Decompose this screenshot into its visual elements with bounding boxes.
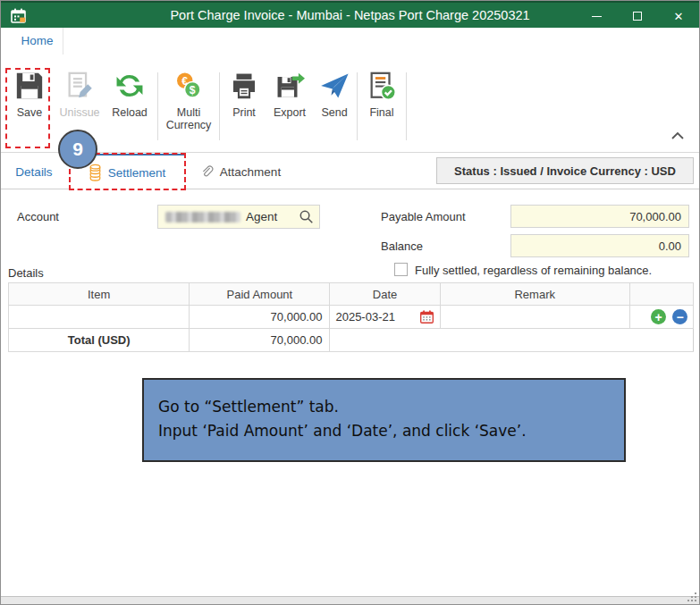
settlement-table: Item Paid Amount Date Remark 70,000.00 2…: [8, 282, 694, 352]
send-button[interactable]: Send: [315, 69, 354, 146]
account-label: Account: [17, 210, 59, 223]
final-button[interactable]: Final: [361, 69, 402, 146]
close-button[interactable]: ✕: [658, 3, 699, 29]
tab-attachment[interactable]: Attachment: [190, 154, 291, 189]
col-actions: [629, 283, 693, 306]
collapse-ribbon-chevron-icon[interactable]: [670, 130, 686, 142]
date-cell[interactable]: 2025-03-21: [330, 306, 440, 329]
ribbon-separator: [157, 72, 158, 140]
export-icon: [274, 71, 305, 101]
col-remark: Remark: [440, 283, 629, 306]
account-suffix: Agent: [246, 210, 277, 223]
annotation-line-1: Go to “Settlement” tab.: [158, 395, 624, 419]
remove-row-icon[interactable]: −: [672, 309, 687, 324]
close-icon: ✕: [674, 10, 684, 23]
annotation-line-2: Input ‘Paid Amount’ and ‘Date’, and clic…: [158, 419, 624, 443]
multi-currency-button[interactable]: € $ Multi Currency: [162, 69, 215, 146]
step-badge: 9: [58, 130, 97, 169]
tab-attachment-label: Attachment: [220, 165, 281, 179]
payable-amount-value: 70,000.00: [629, 210, 681, 223]
paid-amount-cell[interactable]: 70,000.00: [190, 306, 330, 329]
reload-button[interactable]: Reload: [106, 69, 153, 146]
unissue-icon: [64, 71, 95, 101]
total-empty-cell: [330, 329, 694, 352]
multi-currency-icon: € $: [173, 71, 204, 101]
item-cell[interactable]: [9, 306, 190, 329]
instruction-annotation: Go to “Settlement” tab. Input ‘Paid Amou…: [142, 378, 626, 462]
ribbon-separator: [357, 72, 358, 140]
ribbon-tab-strip: Home: [1, 28, 699, 55]
maximize-button[interactable]: [617, 3, 658, 29]
app-window: Port Charge Invoice - Mumbai - Netpas Po…: [0, 0, 700, 605]
window-bottom-edge: [1, 596, 699, 604]
maximize-icon: [633, 12, 642, 21]
ribbon-separator: [219, 72, 220, 140]
save-highlight-dashed-box: [5, 68, 50, 148]
export-button[interactable]: Export: [266, 69, 313, 146]
balance-label: Balance: [381, 239, 423, 253]
date-value: 2025-03-21: [335, 310, 395, 324]
balance-field[interactable]: 0.00: [510, 234, 689, 257]
print-button[interactable]: Print: [223, 69, 265, 146]
tab-home[interactable]: Home: [12, 28, 63, 55]
redacted-account-name: [165, 212, 240, 223]
paperclip-icon: [200, 164, 214, 180]
total-paid-amount-cell: 70,000.00: [190, 329, 330, 352]
window-controls: ✕: [576, 3, 699, 29]
title-bar: Port Charge Invoice - Mumbai - Netpas Po…: [1, 1, 699, 28]
details-section-label: Details: [8, 266, 44, 280]
add-row-icon[interactable]: +: [651, 309, 666, 324]
final-icon: [367, 71, 397, 101]
resize-grip[interactable]: [695, 600, 696, 601]
ribbon: Save Unissue Reload €: [1, 55, 699, 153]
send-icon: [319, 71, 350, 101]
svg-text:$: $: [190, 84, 196, 97]
fully-settled-checkbox[interactable]: [394, 263, 408, 276]
total-label-cell: Total (USD): [9, 329, 190, 352]
payable-amount-field[interactable]: 70,000.00: [510, 205, 689, 228]
table-header-row: Item Paid Amount Date Remark: [9, 283, 694, 306]
col-item: Item: [9, 283, 190, 306]
col-date: Date: [330, 283, 440, 306]
payable-amount-label: Payable Amount: [381, 210, 466, 223]
table-row: 70,000.00 2025-03-21 + −: [9, 306, 694, 329]
account-field[interactable]: Agent: [157, 205, 320, 229]
calendar-icon[interactable]: [419, 309, 434, 324]
minimize-button[interactable]: [576, 3, 617, 29]
remark-cell[interactable]: [440, 306, 629, 329]
table-total-row: Total (USD) 70,000.00: [9, 329, 694, 352]
col-paid-amount: Paid Amount: [190, 283, 330, 306]
search-icon[interactable]: [299, 209, 314, 224]
tab-details[interactable]: Details: [1, 154, 67, 189]
row-actions-cell: + −: [629, 306, 693, 329]
fully-settled-label: Fully settled, regardless of remaining b…: [415, 264, 652, 277]
reload-icon: [114, 71, 145, 101]
minimize-icon: [592, 16, 602, 17]
status-readout: Status : Issued / Invoice Currency : USD: [436, 157, 694, 184]
balance-value: 0.00: [659, 239, 681, 253]
print-icon: [229, 71, 259, 101]
ribbon-separator: [406, 72, 407, 140]
